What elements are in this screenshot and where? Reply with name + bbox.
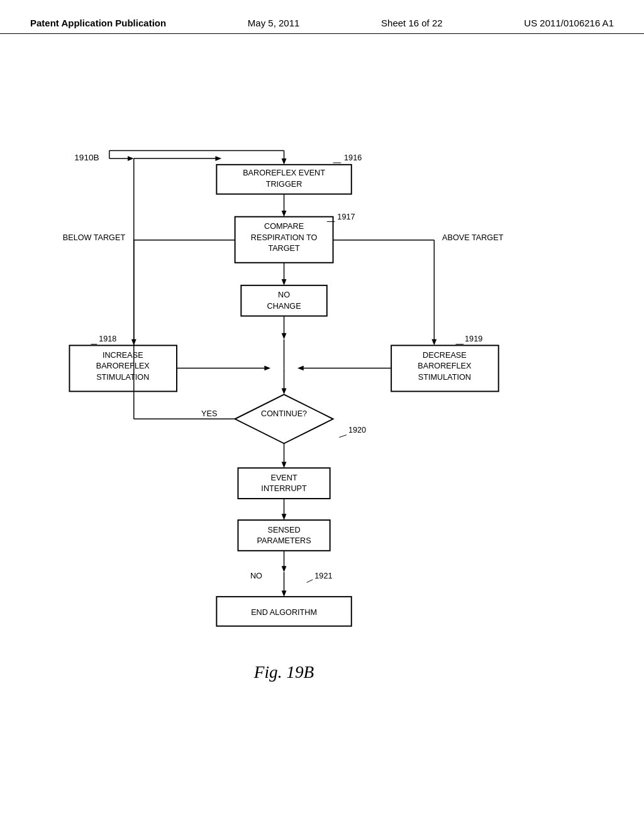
box-event-interrupt	[238, 468, 330, 499]
diagram-area: 1910B 1916 BAROREFLEX EVENT TRIGGER 1917…	[0, 40, 644, 763]
no-change-text2: CHANGE	[267, 302, 301, 311]
no-label: NO	[250, 572, 262, 580]
patent-number: US 2011/0106216 A1	[524, 18, 614, 28]
page-header: Patent Application Publication May 5, 20…	[0, 0, 644, 34]
svg-marker-43	[282, 590, 287, 597]
box-1917-text2: RESPIRATION TO	[251, 233, 318, 242]
label-1920: 1920	[348, 426, 366, 434]
svg-marker-19	[282, 333, 287, 340]
sensed-text1: SENSED	[268, 526, 301, 534]
below-target-label: BELOW TARGET	[63, 233, 126, 242]
box-1919-text3: STIMULATION	[418, 373, 471, 382]
svg-marker-23	[264, 366, 270, 371]
label-1918: 1918	[99, 335, 116, 343]
label-1916: 1916	[344, 153, 362, 162]
svg-marker-5	[282, 158, 287, 165]
box-1919-text1: DECREASE	[423, 351, 467, 360]
svg-marker-34	[215, 156, 221, 161]
svg-marker-28	[282, 389, 287, 395]
event-interrupt-text2: INTERRUPT	[261, 484, 307, 493]
no-change-text1: NO	[278, 290, 290, 299]
above-target-label: ABOVE TARGET	[442, 233, 504, 242]
box-1918-text1: INCREASE	[103, 351, 143, 360]
figure-caption: Fig. 19B	[253, 663, 314, 682]
box-1918-text2: BAROREFLEX	[96, 362, 150, 370]
svg-marker-8	[282, 211, 287, 217]
continue-text: CONTINUE?	[261, 409, 307, 418]
entry-label: 1910B	[74, 153, 99, 162]
box-sensed-parameters	[238, 520, 330, 551]
svg-marker-40	[282, 566, 287, 572]
label-1921: 1921	[314, 572, 332, 580]
sheet-info: Sheet 16 of 22	[381, 18, 443, 28]
box-1917-text3: TARGET	[268, 244, 300, 253]
diamond-continue	[235, 394, 333, 443]
svg-marker-36	[282, 462, 287, 468]
sensed-text2: PARAMETERS	[257, 536, 311, 545]
box-no-change	[241, 285, 326, 316]
svg-line-41	[307, 580, 313, 583]
publication-date: May 5, 2011	[248, 18, 300, 28]
svg-marker-25	[297, 366, 304, 371]
svg-marker-17	[282, 279, 287, 285]
box-1918-text3: STIMULATION	[96, 373, 149, 382]
svg-marker-15	[431, 340, 436, 346]
publication-title: Patent Application Publication	[30, 18, 166, 28]
event-interrupt-text1: EVENT	[270, 473, 297, 482]
box-1916-text1: BAROREFLEX EVENT	[243, 169, 325, 177]
label-1917: 1917	[337, 213, 355, 221]
label-1919: 1919	[465, 335, 482, 343]
box-1917-text1: COMPARE	[264, 222, 304, 231]
yes-label: YES	[201, 409, 217, 418]
box-1919-text2: BAROREFLEX	[418, 362, 472, 370]
svg-marker-1	[128, 156, 134, 161]
svg-marker-38	[282, 514, 287, 520]
svg-line-29	[339, 435, 347, 438]
box-1916-text2: TRIGGER	[266, 180, 303, 189]
end-algorithm-text: END ALGORITHM	[251, 608, 317, 617]
